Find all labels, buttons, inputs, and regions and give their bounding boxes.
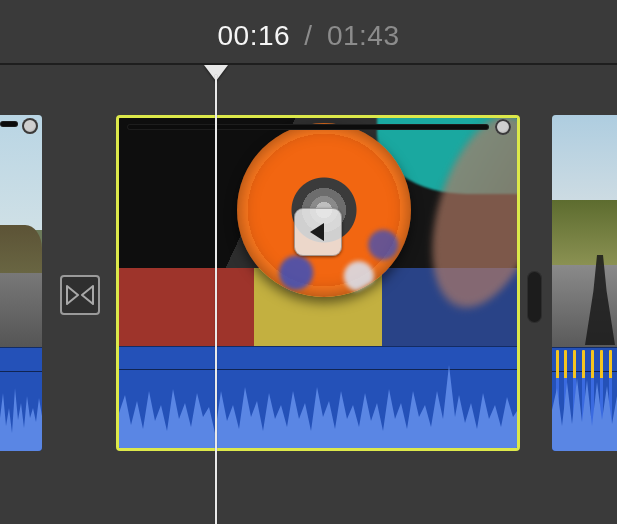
timecode-current: 00:16 bbox=[218, 20, 291, 51]
audio-waveform-icon bbox=[552, 348, 617, 451]
clip-audio-track[interactable] bbox=[119, 346, 517, 448]
reverse-play-icon bbox=[307, 221, 329, 243]
speed-bar[interactable] bbox=[127, 124, 489, 130]
clip-audio-track[interactable] bbox=[552, 347, 617, 451]
clip-thumbnail bbox=[552, 115, 617, 347]
playhead-marker-icon bbox=[204, 65, 228, 81]
svg-marker-2 bbox=[310, 223, 324, 241]
speed-bar[interactable] bbox=[0, 121, 18, 127]
clip-gap-handle[interactable] bbox=[527, 271, 542, 323]
timecode-total: 01:43 bbox=[327, 20, 400, 51]
audio-waveform-icon bbox=[0, 348, 42, 451]
timeline-clip[interactable] bbox=[552, 115, 617, 451]
timecode-readout: 00:16 / 01:43 bbox=[0, 20, 617, 52]
speed-handle-icon[interactable] bbox=[22, 118, 38, 134]
clip-thumbnail bbox=[119, 118, 517, 346]
clip-thumbnail bbox=[0, 115, 42, 347]
transition-indicator[interactable] bbox=[60, 275, 100, 315]
transition-crossfade-icon bbox=[66, 285, 94, 305]
timeline-clip[interactable] bbox=[0, 115, 42, 451]
timecode-separator: / bbox=[304, 20, 312, 51]
svg-marker-0 bbox=[67, 286, 78, 304]
svg-marker-1 bbox=[82, 286, 93, 304]
speed-handle-icon[interactable] bbox=[495, 119, 511, 135]
timeline-clip-selected[interactable] bbox=[116, 115, 520, 451]
reverse-play-badge[interactable] bbox=[294, 208, 342, 256]
timeline[interactable] bbox=[0, 65, 617, 524]
clip-audio-track[interactable] bbox=[0, 347, 42, 451]
audio-waveform-icon bbox=[119, 347, 517, 448]
